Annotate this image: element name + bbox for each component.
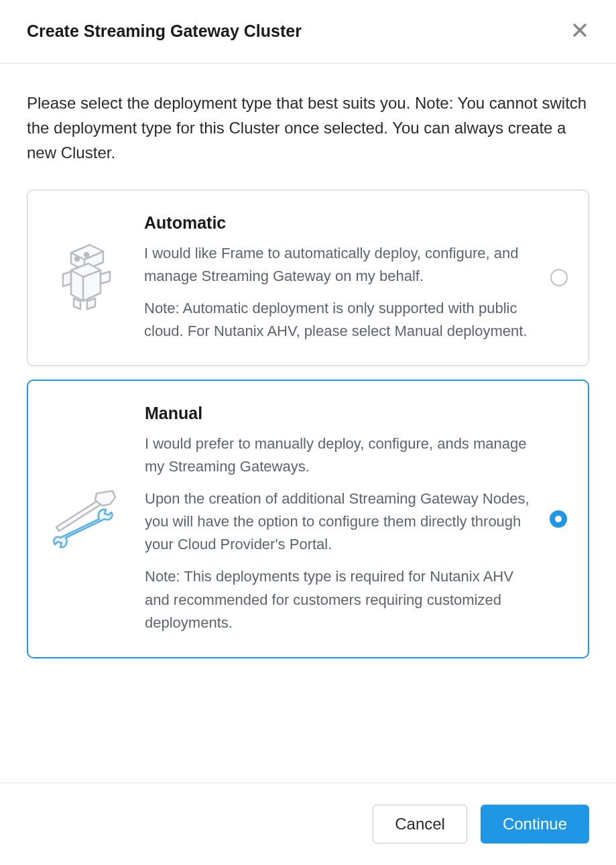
- option-automatic-radio[interactable]: [550, 269, 568, 286]
- option-automatic-title: Automatic: [144, 213, 534, 233]
- svg-point-0: [75, 257, 79, 261]
- tools-icon: [42, 485, 129, 553]
- intro-text: Please select the deployment type that b…: [27, 91, 589, 166]
- cancel-button[interactable]: Cancel: [373, 805, 467, 844]
- continue-button[interactable]: Continue: [481, 805, 589, 844]
- svg-point-1: [84, 253, 88, 257]
- close-icon: [573, 20, 587, 41]
- close-button[interactable]: [570, 19, 589, 43]
- radio-unchecked-icon: [550, 269, 568, 286]
- option-manual[interactable]: Manual I would prefer to manually deploy…: [27, 380, 589, 658]
- modal-header: Create Streaming Gateway Cluster: [0, 0, 616, 64]
- option-manual-desc1: I would prefer to manually deploy, confi…: [145, 432, 533, 478]
- option-automatic[interactable]: Automatic I would like Frame to automati…: [27, 190, 589, 366]
- robot-icon: [41, 241, 128, 314]
- option-automatic-desc1: I would like Frame to automatically depl…: [144, 242, 534, 288]
- option-manual-title: Manual: [145, 404, 533, 423]
- modal-body: Please select the deployment type that b…: [0, 64, 616, 783]
- option-manual-content: Manual I would prefer to manually deploy…: [145, 404, 533, 634]
- option-automatic-desc2: Note: Automatic deployment is only suppo…: [144, 297, 534, 343]
- option-manual-desc3: Note: This deployments type is required …: [145, 565, 533, 634]
- modal-title: Create Streaming Gateway Cluster: [27, 21, 302, 41]
- option-automatic-content: Automatic I would like Frame to automati…: [144, 213, 534, 343]
- modal-footer: Cancel Continue: [0, 783, 616, 865]
- option-manual-radio[interactable]: [549, 510, 568, 528]
- radio-checked-icon: [550, 510, 567, 528]
- option-manual-desc2: Upon the creation of additional Streamin…: [145, 487, 533, 556]
